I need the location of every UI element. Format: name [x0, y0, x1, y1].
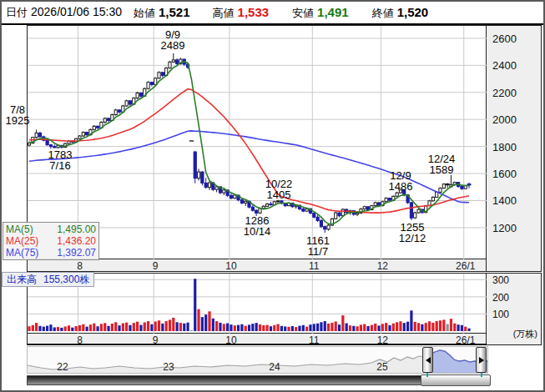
chart-annotation: 1255 12/12 [399, 222, 426, 244]
date-group: 日付 2026/01/06 15:30 [6, 5, 122, 20]
price-tick-label: 1600 [492, 168, 517, 180]
volume-value: 155,300株 [43, 274, 89, 285]
range-left-handle[interactable] [422, 347, 433, 373]
candles-layer [28, 53, 471, 233]
ma-line-5 [29, 62, 469, 224]
date-value: 2026/01/06 15:30 [31, 5, 122, 18]
high-value: 1,533 [238, 5, 270, 19]
range-right-handle[interactable] [476, 347, 487, 373]
ma-legend-row: MA(5)1,495.00 [6, 224, 96, 235]
volume-tick-label: 200 [492, 292, 509, 304]
chart-annotation: 9/9 2489 [161, 29, 185, 51]
volume-tick-label: 100 [492, 309, 509, 320]
price-axis: 12001400160018002000220024002600 [487, 25, 542, 272]
date-label: 日付 [6, 5, 28, 20]
chart-annotation: 1161 11/7 [306, 235, 330, 257]
low-value: 1,491 [317, 5, 349, 19]
close-value: 1,520 [397, 5, 429, 19]
volume-label: 出来高 [7, 274, 37, 285]
month-tick-label: 8 [61, 260, 98, 272]
close-label: 終値 [372, 6, 394, 21]
month-tick-label: 12 [364, 334, 401, 346]
open-value: 1,521 [159, 5, 190, 19]
open-group: 始値 1,521 [134, 5, 190, 21]
high-group: 高値 1,533 [213, 5, 270, 21]
low-label: 安値 [292, 6, 314, 21]
volume-plot[interactable] [27, 273, 487, 334]
left-arrow-icon [426, 357, 431, 364]
month-tick-label: 11 [295, 334, 332, 346]
ma-legend-row: MA(75)1,392.07 [6, 247, 96, 259]
chart-annotation: 12/9 1486 [389, 170, 413, 192]
open-label: 始値 [134, 6, 155, 21]
ma-legend-row: MA(25)1,436.20 [6, 235, 96, 247]
month-tick-label: 9 [137, 334, 174, 346]
navigator-canvas [28, 347, 489, 374]
volume-canvas [28, 274, 487, 334]
price-tick-label: 2400 [492, 59, 517, 72]
chart-annotation: 10/22 1405 [265, 178, 293, 200]
price-tick-label: 2600 [492, 33, 517, 45]
chart-annotation: 12/24 1589 [428, 153, 456, 175]
year-tick-label: 25 [376, 361, 387, 373]
price-tick-label: 1400 [492, 194, 517, 207]
month-tick-label: 12 [364, 260, 401, 272]
low-group: 安値 1,491 [292, 5, 349, 21]
range-navigator[interactable] [27, 346, 488, 374]
month-tick-label: 26/1 [447, 334, 484, 346]
month-tick-label: 10 [213, 334, 250, 346]
month-tick-label: 26/1 [447, 260, 484, 272]
stock-chart-window: 日付 2026/01/06 15:30 始値 1,521 高値 1,533 安値… [0, 0, 545, 392]
close-group: 終値 1,520 [372, 5, 429, 21]
year-tick-label: 24 [269, 361, 280, 373]
right-arrow-icon [479, 357, 484, 364]
price-tick-label: 1800 [492, 141, 517, 153]
ma-legend: MA(5)1,495.00MA(25)1,436.20MA(75)1,392.0… [3, 222, 99, 260]
volume-axis: 100200300(万株) [487, 273, 542, 345]
volume-legend: 出来高155,300株 [2, 272, 94, 287]
price-tick-label: 2000 [492, 113, 517, 126]
volume-x-axis: 8910111226/1 [27, 334, 487, 345]
quote-infobar: 日付 2026/01/06 15:30 始値 1,521 高値 1,533 安値… [2, 2, 543, 23]
main-x-axis: 8910111226/1 [27, 259, 487, 272]
price-tick-label: 2200 [492, 87, 517, 99]
volume-unit-label: (万株) [513, 328, 537, 340]
year-tick-label: 23 [163, 361, 174, 373]
chart-annotation: 1286 10/14 [244, 215, 271, 237]
price-tick-label: 1200 [492, 222, 517, 234]
month-tick-label: 10 [213, 260, 250, 272]
month-tick-label: 9 [137, 260, 174, 272]
year-tick-label: 22 [57, 361, 68, 373]
chart-annotation: 7/8 1925 [6, 104, 30, 126]
month-tick-label: 8 [61, 334, 98, 346]
month-tick-label: 11 [295, 260, 332, 272]
chart-annotation: 1783 7/16 [48, 149, 73, 171]
volume-tick-label: 300 [492, 274, 509, 286]
high-label: 高値 [213, 6, 235, 21]
